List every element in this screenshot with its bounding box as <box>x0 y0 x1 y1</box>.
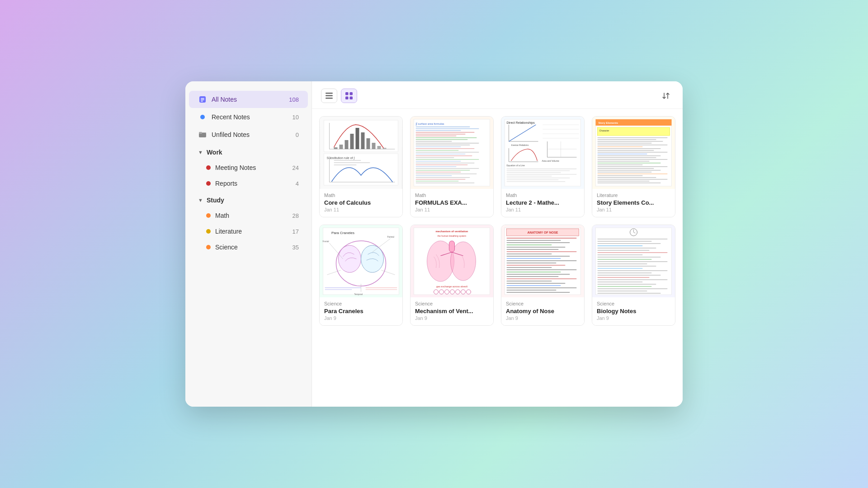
svg-rect-109 <box>598 148 661 149</box>
svg-text:mechanism of ventilation: mechanism of ventilation <box>435 230 468 233</box>
note-thumbnail-2: ∫∫ surface area formulas <box>410 117 493 189</box>
svg-rect-20 <box>345 140 349 149</box>
svg-rect-172 <box>507 251 577 252</box>
math-dot <box>206 213 211 218</box>
note-info-4: Literature Story Elements Co... Jan 11 <box>592 189 675 217</box>
svg-rect-198 <box>598 243 661 244</box>
svg-rect-146 <box>366 289 397 290</box>
note-category-4: Literature <box>597 192 670 198</box>
sidebar-item-literature[interactable]: Literature 17 <box>189 224 308 239</box>
svg-rect-203 <box>598 254 643 255</box>
svg-rect-125 <box>598 177 656 178</box>
svg-rect-50 <box>416 148 475 149</box>
svg-rect-116 <box>598 161 650 162</box>
svg-rect-32 <box>334 160 361 161</box>
svg-rect-88 <box>507 169 577 169</box>
svg-point-4 <box>200 115 205 119</box>
svg-rect-127 <box>598 181 650 182</box>
svg-rect-176 <box>507 260 577 261</box>
svg-rect-124 <box>598 175 643 176</box>
svg-rect-213 <box>598 277 650 278</box>
svg-rect-185 <box>507 281 552 282</box>
note-title-6: Mechanism of Vent... <box>415 308 489 314</box>
svg-rect-104 <box>598 139 656 140</box>
svg-rect-214 <box>598 279 668 280</box>
all-notes-count: 108 <box>289 96 299 103</box>
list-view-button[interactable] <box>321 89 337 103</box>
svg-rect-58 <box>416 163 475 164</box>
math-count: 28 <box>292 212 299 219</box>
sidebar-item-science[interactable]: Science 35 <box>189 239 308 255</box>
svg-rect-59 <box>416 164 468 165</box>
svg-rect-145 <box>325 289 352 290</box>
note-thumbnail-8 <box>592 225 675 297</box>
svg-rect-67 <box>416 179 466 180</box>
app-container: All Notes 108 Recent Notes 10 Unfiled No… <box>185 81 683 407</box>
svg-rect-23 <box>361 132 365 149</box>
note-thumbnail-5: Para Craneles <box>320 225 402 297</box>
sidebar-item-reports[interactable]: Reports 4 <box>189 176 308 191</box>
grid-view-button[interactable] <box>341 89 357 103</box>
svg-rect-128 <box>598 183 661 183</box>
svg-rect-3 <box>201 101 203 102</box>
svg-rect-209 <box>598 268 643 269</box>
sidebar-item-recent-notes[interactable]: Recent Notes 10 <box>189 108 308 126</box>
svg-rect-180 <box>507 269 577 270</box>
svg-rect-95 <box>507 181 566 182</box>
sidebar-item-math[interactable]: Math 28 <box>189 208 308 223</box>
svg-rect-25 <box>372 143 376 149</box>
note-card-7[interactable]: ANATOMY OF NOSE <box>501 225 585 326</box>
note-title-8: Biology Notes <box>597 308 670 314</box>
svg-rect-212 <box>598 275 661 276</box>
note-card-4[interactable]: Story Elements Character <box>592 116 675 217</box>
svg-rect-170 <box>507 247 566 248</box>
svg-rect-51 <box>416 150 459 151</box>
svg-text:Temporal: Temporal <box>354 293 363 296</box>
note-card-8[interactable]: Science Biology Notes Jan 9 <box>592 225 675 326</box>
sidebar-item-all-notes[interactable]: All Notes 108 <box>189 91 308 108</box>
note-card-3[interactable]: Direct Relationships Inverse Relations E… <box>501 116 585 217</box>
svg-rect-66 <box>416 177 470 178</box>
svg-rect-182 <box>507 274 570 275</box>
note-thumbnail-4: Story Elements Character <box>592 117 675 189</box>
note-thumbnail-7: ANATOMY OF NOSE <box>501 225 584 297</box>
svg-rect-91 <box>507 174 577 175</box>
note-card-6[interactable]: mechanism of ventilation the human breat… <box>410 225 494 326</box>
note-card-5[interactable]: Para Craneles <box>319 225 403 326</box>
svg-rect-113 <box>598 155 661 156</box>
svg-rect-181 <box>507 272 561 272</box>
note-category-2: Math <box>415 192 489 198</box>
svg-rect-118 <box>598 164 643 165</box>
note-date-8: Jan 9 <box>597 315 670 321</box>
svg-rect-45 <box>416 139 468 140</box>
svg-rect-122 <box>598 172 652 173</box>
svg-rect-169 <box>507 244 552 245</box>
note-info-2: Math FORMULAS EXA... Jan 11 <box>410 189 493 217</box>
svg-rect-52 <box>416 152 479 153</box>
sort-button[interactable] <box>658 89 674 103</box>
svg-rect-211 <box>598 272 652 273</box>
note-card-1[interactable]: Substitution rule of ∫ Math Core of Calc… <box>319 116 403 217</box>
sidebar-item-meeting-notes[interactable]: Meeting Notes 24 <box>189 160 308 175</box>
svg-rect-201 <box>598 250 650 251</box>
work-group-header[interactable]: ▼ Work <box>189 145 308 160</box>
study-group-header[interactable]: ▼ Study <box>189 193 308 207</box>
reports-label: Reports <box>215 180 296 187</box>
svg-rect-187 <box>507 285 561 286</box>
note-card-2[interactable]: ∫∫ surface area formulas <box>410 116 494 217</box>
svg-text:Frontal: Frontal <box>323 240 329 243</box>
svg-rect-115 <box>598 159 668 160</box>
meeting-notes-count: 24 <box>292 164 299 171</box>
main-content: Substitution rule of ∫ Math Core of Calc… <box>312 81 683 407</box>
svg-rect-107 <box>598 145 668 145</box>
svg-rect-103 <box>598 137 668 138</box>
svg-rect-177 <box>507 263 557 263</box>
svg-rect-204 <box>598 257 661 258</box>
svg-point-134 <box>361 245 384 272</box>
sidebar-item-unfiled-notes[interactable]: Unfiled Notes 0 <box>189 126 308 143</box>
svg-rect-205 <box>598 259 652 260</box>
svg-rect-144 <box>366 287 397 288</box>
science-label: Science <box>215 244 292 251</box>
svg-text:Character: Character <box>599 129 609 132</box>
svg-rect-48 <box>416 145 470 145</box>
